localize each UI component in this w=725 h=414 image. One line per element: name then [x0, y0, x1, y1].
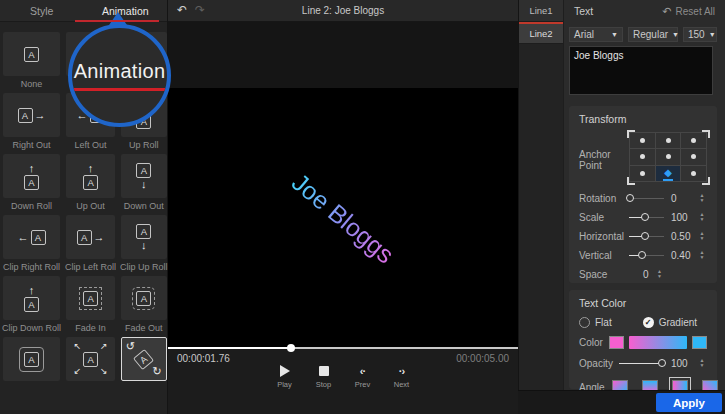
font-size-select[interactable]: 150 ▼ — [683, 27, 717, 42]
transform-rows: Rotation0▲▼Scale100▲▼Horizontal0.50▲▼Ver… — [579, 191, 707, 281]
reset-all-button[interactable]: ↶ Reset All — [662, 5, 715, 18]
preset-cell: A — [2, 335, 61, 396]
animation-preset-up-out[interactable]: ↑A — [66, 154, 115, 198]
stop-icon — [319, 365, 329, 377]
scale-slider[interactable] — [629, 212, 664, 222]
preset-label: Up Roll — [120, 140, 168, 150]
stepper-down-icon[interactable]: ▼ — [700, 255, 705, 260]
gradient-preview-bar[interactable] — [629, 336, 687, 349]
letter-a-icon: A — [83, 175, 98, 190]
anchor-dot-icon — [691, 171, 696, 176]
fade-out-icon: A — [132, 287, 155, 310]
bracket-icon — [702, 130, 710, 138]
rotation-label: Rotation — [579, 193, 629, 204]
animation-preset-item-17[interactable]: ↺A↻ — [121, 337, 167, 381]
animation-preset-item-16[interactable]: ↖↗↙↘A — [66, 337, 115, 381]
opacity-stepper[interactable]: ▲▼ — [697, 358, 707, 368]
video-text-overlay[interactable]: Joe Bloggs — [286, 167, 399, 269]
redo-icon[interactable]: ↷ — [195, 3, 205, 17]
arrow-up-icon: ↑ — [29, 285, 35, 296]
animation-preset-item-15[interactable]: A — [3, 337, 60, 381]
transform-section: Transform Anchor Point ◆ Rotation0▲▼Scal… — [569, 106, 717, 283]
preset-label: None — [2, 79, 61, 89]
animation-preset-down-out[interactable]: A↓ — [121, 154, 167, 198]
gradient-end-swatch[interactable] — [692, 336, 707, 349]
letter-a-icon: A — [18, 108, 33, 123]
scale-stepper[interactable]: ▲▼ — [697, 212, 707, 222]
anchor-dot-icon — [691, 154, 696, 159]
stepper-down-icon[interactable]: ▼ — [700, 363, 705, 368]
slider-handle[interactable] — [658, 359, 666, 367]
vertical-slider[interactable] — [629, 250, 664, 260]
horizontal-value: 0.50 — [669, 231, 697, 242]
letter-a-icon: A — [136, 163, 151, 178]
gradient-start-swatch[interactable] — [609, 336, 624, 349]
line-item-line1[interactable]: Line1 — [519, 0, 563, 22]
font-style-select[interactable]: Regular ▼ — [628, 27, 678, 42]
stop-button[interactable]: Stop — [312, 365, 336, 389]
timeline-track[interactable] — [168, 347, 518, 349]
anchor-cell-7[interactable]: ◆ — [656, 166, 682, 182]
letter-a-icon: A — [31, 230, 46, 245]
line-item-line2[interactable]: Line2 — [519, 22, 563, 44]
animation-preset-fade-out[interactable]: A — [121, 276, 167, 320]
preset-cell: ↑AClip Down Roll — [2, 274, 61, 335]
gradient-radio-checked-icon[interactable]: ✓ — [643, 317, 654, 328]
stepper-down-icon[interactable]: ▼ — [657, 274, 662, 279]
undo-icon[interactable]: ↶ — [177, 3, 187, 17]
next-icon: ·› — [399, 365, 404, 377]
opacity-slider[interactable] — [619, 358, 664, 368]
text-content-input[interactable]: Joe Bloggs — [569, 46, 713, 95]
apply-button[interactable]: Apply — [656, 393, 722, 412]
letter-a-icon: A — [24, 297, 39, 312]
anchor-cell-5[interactable] — [681, 149, 707, 165]
tab-style[interactable]: Style — [0, 0, 84, 21]
animation-preset-clip-right-roll[interactable]: ←A — [3, 215, 60, 259]
preset-cell: AFade In — [65, 274, 116, 335]
space-stepper[interactable]: ▲▼ — [655, 269, 665, 279]
scale-label: Scale — [579, 212, 629, 223]
timeline-playhead[interactable] — [287, 344, 295, 352]
magnifier-text: Animation — [74, 60, 166, 83]
animation-preset-clip-down-roll[interactable]: ↑A — [3, 276, 60, 320]
prev-button[interactable]: ‹·Prev — [351, 365, 375, 389]
transport-label: Prev — [355, 380, 370, 389]
vertical-stepper[interactable]: ▲▼ — [697, 250, 707, 260]
stepper-down-icon[interactable]: ▼ — [700, 236, 705, 241]
animation-preset-clip-left-roll[interactable]: A→ — [66, 215, 115, 259]
next-button[interactable]: ·›Next — [390, 365, 414, 389]
letter-a-icon: A — [24, 47, 39, 62]
rotation-stepper[interactable]: ▲▼ — [697, 193, 707, 203]
rotation-value: 0 — [669, 193, 697, 204]
expand-icon: ↖↗↙↘A — [74, 342, 108, 376]
slider-handle[interactable] — [626, 194, 634, 202]
rotation-slider[interactable] — [629, 193, 664, 203]
slider-handle[interactable] — [638, 251, 646, 259]
active-tab-underline — [75, 20, 159, 22]
animation-preset-fade-in[interactable]: A — [66, 276, 115, 320]
horizontal-slider[interactable] — [629, 231, 664, 241]
animation-preset-right-out[interactable]: A→ — [3, 93, 60, 137]
horizontal-stepper[interactable]: ▲▼ — [697, 231, 707, 241]
play-button[interactable]: Play — [273, 365, 297, 389]
anchor-cell-4[interactable] — [656, 149, 682, 165]
slider-handle[interactable] — [641, 213, 649, 221]
stepper-down-icon[interactable]: ▼ — [700, 198, 705, 203]
opacity-row: Opacity 100 ▲▼ — [579, 356, 707, 370]
anchor-cell-3[interactable] — [630, 149, 656, 165]
font-family-select[interactable]: Arial ▼ — [569, 27, 623, 42]
slider-handle[interactable] — [641, 232, 649, 240]
animation-preset-down-roll[interactable]: ↑A — [3, 154, 60, 198]
space-row: Space0▲▼ — [579, 267, 707, 281]
letter-a-icon: A — [24, 352, 39, 367]
anchor-dot-icon — [666, 154, 671, 159]
preset-label: Right Out — [2, 140, 61, 150]
anchor-cell-1[interactable] — [656, 133, 682, 149]
flat-radio[interactable] — [579, 317, 590, 328]
preset-cell: A→Clip Left Roll — [65, 213, 116, 274]
animation-preset-clip-up-roll[interactable]: A↓ — [121, 215, 167, 259]
magnifier-underline — [72, 88, 167, 91]
font-controls-row: Arial ▼ Regular ▼ 150 ▼ — [569, 27, 717, 42]
animation-preset-none[interactable]: A — [3, 32, 60, 76]
stepper-down-icon[interactable]: ▼ — [700, 217, 705, 222]
